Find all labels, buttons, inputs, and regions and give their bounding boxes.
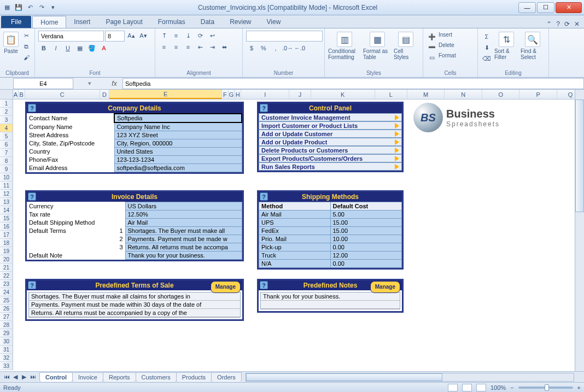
fx-icon[interactable]: fx	[106, 80, 122, 87]
row-header[interactable]: 7	[0, 149, 13, 157]
increase-font-icon[interactable]: A▴	[126, 31, 137, 40]
zoom-in-button[interactable]: +	[577, 384, 581, 391]
font-color-icon[interactable]: A	[98, 43, 109, 53]
currency-icon[interactable]: $	[246, 43, 257, 53]
column-header[interactable]: M	[407, 90, 445, 99]
shipping-method-cell[interactable]: Prio. Mail	[259, 235, 331, 243]
align-right-icon[interactable]: ≡	[183, 42, 194, 52]
sheet-tab[interactable]: Orders	[211, 372, 242, 382]
company-field-value[interactable]: softpedia@softpedia.com	[114, 164, 242, 172]
row-header[interactable]: 10	[0, 173, 13, 182]
default-term-2-cell[interactable]: Payments. Payment must be made w	[125, 235, 242, 243]
orientation-icon[interactable]: ⟳	[195, 31, 206, 40]
company-field-value[interactable]: Softpedia	[114, 114, 242, 122]
decrease-indent-icon[interactable]: ⇤	[195, 42, 206, 52]
control-panel-button[interactable]: Add or Update Product	[259, 138, 402, 146]
row-header[interactable]: 22	[0, 272, 13, 280]
sort-filter-button[interactable]: ⇅Sort & Filter	[494, 30, 518, 60]
company-field-value[interactable]: Company Name Inc	[114, 122, 242, 131]
zoom-thumb[interactable]	[545, 384, 549, 391]
next-sheet-icon[interactable]: ▶	[20, 373, 28, 381]
hscroll-thumb[interactable]	[246, 373, 443, 381]
row-header[interactable]: 16	[0, 223, 13, 231]
close-button[interactable]: ✕	[556, 2, 582, 13]
row-header[interactable]: 14	[0, 206, 13, 214]
insert-cells-icon[interactable]: ➕	[427, 32, 437, 42]
row-header[interactable]: 9	[0, 165, 13, 173]
manage-notes-button[interactable]: Manage	[370, 281, 400, 293]
fill-color-icon[interactable]: 🪣	[86, 43, 97, 53]
save-icon[interactable]: 💾	[14, 3, 24, 13]
shipping-cost-cell[interactable]: 15.00	[330, 219, 402, 227]
shipping-cost-cell[interactable]: 5.00	[330, 210, 402, 219]
term-line[interactable]: Returns. All returns must be accompanied…	[29, 309, 240, 317]
row-header[interactable]: 21	[0, 264, 13, 272]
column-header[interactable]: C	[25, 90, 100, 99]
column-header[interactable]: A	[13, 90, 19, 99]
name-box[interactable]: E4	[13, 78, 73, 89]
decrease-decimal-icon[interactable]: ←.0	[294, 43, 305, 53]
control-panel-button[interactable]: Delete Products or Customers	[259, 146, 402, 154]
column-header[interactable]: O	[482, 90, 520, 99]
sheet-tab[interactable]: Invoice	[72, 372, 103, 382]
wrap-text-icon[interactable]: ↩	[207, 31, 218, 40]
row-header[interactable]: 1	[0, 100, 13, 108]
underline-button[interactable]: U	[62, 43, 73, 53]
delete-cells-icon[interactable]: ➖	[427, 42, 437, 52]
default-note-cell[interactable]: Thank you for your business.	[125, 251, 242, 260]
control-panel-button[interactable]: Import Customer or Product Lists	[259, 121, 402, 130]
zoom-slider[interactable]	[518, 387, 573, 389]
ribbon-minimize-icon[interactable]: ⌃	[546, 20, 552, 28]
row-header[interactable]: 31	[0, 346, 13, 354]
shipping-method-cell[interactable]: N/A	[259, 260, 331, 268]
undo-icon[interactable]: ↶	[25, 3, 35, 13]
term-line[interactable]: Payments. Payment must be made within 30…	[29, 301, 240, 309]
column-header[interactable]: D	[100, 90, 110, 99]
insert-tab[interactable]: Insert	[66, 16, 98, 28]
qat-more-icon[interactable]: ▾	[48, 3, 58, 13]
border-icon[interactable]: ▦	[74, 43, 85, 53]
increase-indent-icon[interactable]: ⇥	[207, 42, 218, 52]
cell-styles-button[interactable]: ▤Cell Styles	[394, 30, 418, 60]
merge-icon[interactable]: ⬌	[219, 42, 230, 52]
horizontal-scrollbar[interactable]	[246, 373, 574, 382]
cut-icon[interactable]: ✂	[21, 31, 32, 40]
last-sheet-icon[interactable]: ⏭	[28, 373, 37, 381]
shipping-cost-cell[interactable]: 0.00	[330, 260, 402, 268]
row-header[interactable]: 33	[0, 362, 13, 370]
italic-button[interactable]: I	[50, 43, 61, 53]
bold-button[interactable]: B	[38, 43, 49, 53]
column-header[interactable]: G	[229, 90, 235, 99]
formulas-tab[interactable]: Formulas	[150, 16, 193, 28]
default-term-1-cell[interactable]: Shortages. The Buyer must make all	[125, 227, 242, 235]
row-header[interactable]: 25	[0, 296, 13, 305]
row-header[interactable]: 23	[0, 280, 13, 288]
row-header[interactable]: 29	[0, 329, 13, 337]
page-break-view-button[interactable]	[476, 384, 486, 391]
column-header[interactable]: B	[19, 90, 25, 99]
decrease-font-icon[interactable]: A▾	[138, 31, 149, 40]
home-tab[interactable]: Home	[32, 16, 66, 28]
help-icon[interactable]: ?	[260, 104, 268, 112]
tax-rate-cell[interactable]: 12.50%	[125, 210, 242, 219]
row-header[interactable]: 6	[0, 141, 13, 149]
column-header[interactable]: N	[445, 90, 482, 99]
mdi-restore-icon[interactable]: ⟳	[564, 20, 570, 28]
control-panel-button[interactable]: Run Sales Reports	[259, 162, 402, 171]
data-tab[interactable]: Data	[193, 16, 222, 28]
align-middle-icon[interactable]: ≡	[171, 31, 182, 40]
view-tab[interactable]: View	[259, 16, 289, 28]
shipping-cost-cell[interactable]: 10.00	[330, 235, 402, 243]
help-icon[interactable]: ?	[28, 104, 36, 112]
row-header[interactable]: 20	[0, 255, 13, 264]
row-header[interactable]: 27	[0, 313, 13, 321]
shipping-method-cell[interactable]: FedEx	[259, 227, 331, 235]
increase-decimal-icon[interactable]: .0→	[282, 43, 293, 53]
help-icon[interactable]: ?	[556, 20, 560, 28]
row-header[interactable]: 12	[0, 190, 13, 198]
namebox-dropdown-icon[interactable]: ▾	[88, 80, 91, 87]
maximize-button[interactable]: ☐	[537, 2, 554, 13]
sheet-tab[interactable]: Reports	[103, 372, 136, 382]
percent-icon[interactable]: %	[258, 43, 269, 53]
note-line[interactable]	[261, 301, 400, 309]
